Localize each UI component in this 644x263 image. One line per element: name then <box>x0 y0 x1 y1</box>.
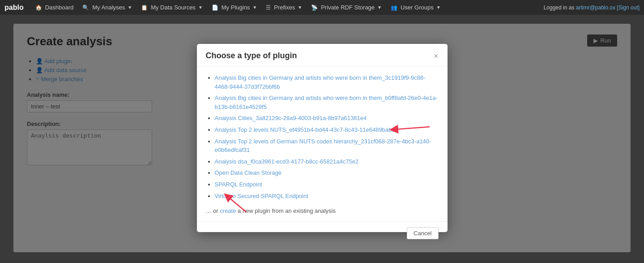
nav-plugins[interactable]: 📄 My Plugins ▼ <box>207 0 261 15</box>
nav-dashboard-label: Dashboard <box>45 4 74 11</box>
nav-prefixes[interactable]: ☰ Prefixes ▼ <box>261 0 307 15</box>
plugins-icon: 📄 <box>212 4 218 11</box>
nav-user-groups[interactable]: 👥 User Groups ▼ <box>386 0 445 15</box>
nav-dashboard[interactable]: 🏠 Dashboard <box>31 0 78 15</box>
modal-close-button[interactable]: × <box>434 52 439 60</box>
prefixes-caret: ▼ <box>298 5 302 10</box>
datasources-icon: 📋 <box>141 4 148 11</box>
create-line: … or create a new plugin from an existin… <box>206 207 439 214</box>
plugin-link-0[interactable]: Analysis Big cities in Germany and artis… <box>215 74 426 90</box>
list-item: Analysis dsa_f0ca3961-ecd3-4177-b8cc-658… <box>215 157 439 166</box>
list-item: Analysis Big cities in Germany and artis… <box>215 94 439 111</box>
nav-rdf-storage[interactable]: 📡 Private RDF Storage ▼ <box>307 0 386 15</box>
list-item: Analysis Top 2 levels NUTS_ef4951b4-bd44… <box>215 125 439 134</box>
rdf-icon: 📡 <box>311 4 318 11</box>
nav-rdf-label: Private RDF Storage <box>321 4 375 11</box>
list-item: Virtuoso Secured SPARQL Endpoint <box>215 192 439 201</box>
usergroups-caret: ▼ <box>436 5 441 10</box>
plugin-link-7[interactable]: SPARQL Endpoint <box>215 181 262 188</box>
page-background: Create analysis ▶ Run 👤 Add plugin 👤 Add… <box>0 15 644 263</box>
modal-header: Choose a type of plugin × <box>197 44 448 66</box>
create-prefix: … or <box>206 207 220 214</box>
nav-analyses-label: My Analyses <box>92 4 125 11</box>
prefixes-icon: ☰ <box>266 4 271 11</box>
plugin-link-3[interactable]: Analysis Top 2 levels NUTS_ef4951b4-bd44… <box>215 126 398 133</box>
plugin-link-2[interactable]: Analysis Cities_3a82129c-28a9-4003-b91a-… <box>215 115 367 121</box>
sign-out-link[interactable]: [Sign out] <box>617 4 640 11</box>
usergroups-icon: 👥 <box>391 4 397 11</box>
plugins-caret: ▼ <box>252 5 257 10</box>
nav-datasources-label: My Data Sources <box>151 4 196 11</box>
modal-title: Choose a type of plugin <box>206 51 297 60</box>
plugin-link-1[interactable]: Analysis Big cities in Germany and artis… <box>215 95 438 110</box>
create-suffix: a new plugin from an existing analysis <box>236 207 336 214</box>
rdf-caret: ▼ <box>377 5 382 10</box>
list-item: SPARQL Endpoint <box>215 180 439 189</box>
list-item: Analysis Cities_3a82129c-28a9-4003-b91a-… <box>215 114 439 123</box>
user-info: Logged in as artimr@pablo.ox [Sign out] <box>544 4 640 11</box>
modal-overlay: Choose a type of plugin × Analysis Big c… <box>13 24 631 252</box>
nav-analyses[interactable]: 🔍 My Analyses ▼ <box>78 0 136 15</box>
plugin-link-6[interactable]: Open Data Clean Storage <box>215 169 282 176</box>
brand-logo: pablo <box>4 4 24 12</box>
user-link[interactable]: artimr@pablo.ox <box>576 4 615 11</box>
navbar: pablo 🏠 Dashboard 🔍 My Analyses ▼ 📋 My D… <box>0 0 644 15</box>
home-icon: 🏠 <box>35 4 42 11</box>
plugin-list: Analysis Big cities in Germany and artis… <box>206 73 439 200</box>
create-link[interactable]: create <box>220 207 236 214</box>
search-icon: 🔍 <box>82 4 89 11</box>
list-item: Analysis Top 2 levels of German NUTS cod… <box>215 137 439 155</box>
plugin-link-4[interactable]: Analysis Top 2 levels of German NUTS cod… <box>215 138 431 154</box>
nav-plugins-label: My Plugins <box>222 4 250 11</box>
modal-body: Analysis Big cities in Germany and artis… <box>197 66 448 221</box>
plugin-modal: Choose a type of plugin × Analysis Big c… <box>197 44 448 232</box>
datasources-caret: ▼ <box>198 5 203 10</box>
plugin-link-8[interactable]: Virtuoso Secured SPARQL Endpoint <box>215 193 308 199</box>
logged-in-text: Logged in as <box>544 4 576 11</box>
analyses-caret: ▼ <box>128 5 132 10</box>
nav-prefixes-label: Prefixes <box>274 4 295 11</box>
nav-data-sources[interactable]: 📋 My Data Sources ▼ <box>136 0 207 15</box>
list-item: Open Data Clean Storage <box>215 168 439 177</box>
page-content: Create analysis ▶ Run 👤 Add plugin 👤 Add… <box>13 24 631 252</box>
plugin-link-5[interactable]: Analysis dsa_f0ca3961-ecd3-4177-b8cc-658… <box>215 158 359 165</box>
list-item: Analysis Big cities in Germany and artis… <box>215 73 439 91</box>
modal-footer: Cancel <box>197 221 448 245</box>
cancel-button[interactable]: Cancel <box>407 227 438 239</box>
nav-usergroups-label: User Groups <box>401 4 434 11</box>
